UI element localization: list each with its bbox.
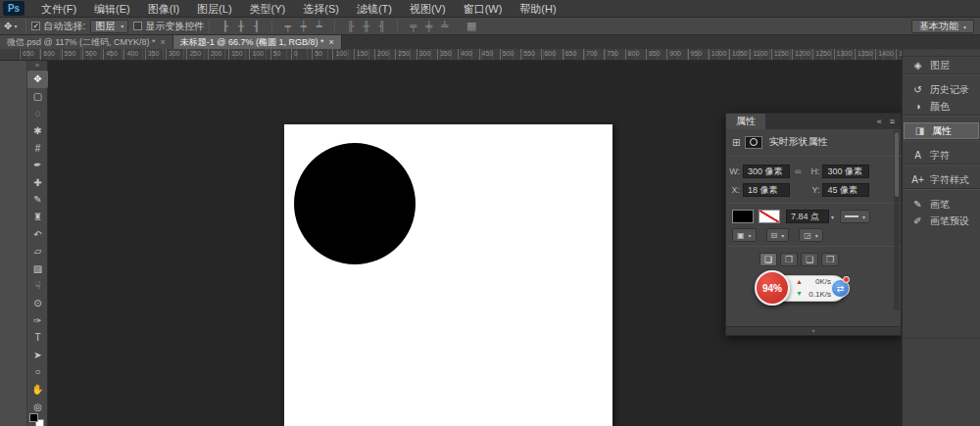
ruler-label: 1200 <box>792 49 812 61</box>
chevron-down-icon[interactable]: ▾ <box>831 213 834 220</box>
clone-stamp-tool[interactable]: ♜ <box>27 209 48 226</box>
lasso-tool[interactable]: ◌ <box>27 105 48 122</box>
panel-character[interactable]: A字符 <box>903 147 980 164</box>
dock-drag-handle[interactable]: ⋯ <box>903 49 980 57</box>
document-tab[interactable]: 微信.psd @ 117% (二维码, CMYK/8) * × <box>0 35 173 49</box>
panel-layers[interactable]: ◈图层 <box>903 57 980 73</box>
path-op-subtract-button[interactable]: ❐ <box>780 253 798 266</box>
align-left-edges-icon[interactable]: ┠ <box>219 21 231 31</box>
height-field[interactable]: 300 像素 <box>822 165 869 178</box>
tool-preset-picker[interactable]: ✥ ▾ <box>0 21 21 31</box>
distribute-left-edges-icon[interactable]: ╤ <box>407 21 419 31</box>
y-field[interactable]: 45 像素 <box>822 183 869 197</box>
panel-menu-icon[interactable]: ≡ <box>890 117 895 126</box>
stroke-corner-select[interactable]: ◲▾ <box>799 228 823 242</box>
stroke-color-swatch[interactable] <box>759 210 780 223</box>
menu-item[interactable]: 视图(V) <box>401 3 455 15</box>
memory-usage-ball[interactable]: 94% <box>755 270 790 306</box>
collapse-panel-icon[interactable]: « <box>877 117 882 126</box>
stroke-width-field[interactable]: 7.84 点 <box>786 210 829 223</box>
photoshop-logo: Ps <box>3 1 24 16</box>
distribute-right-edges-icon[interactable]: ╧ <box>438 21 451 31</box>
quick-selection-tool[interactable]: ✱ <box>27 122 48 140</box>
document-tab[interactable]: 未标题-1 @ 66.7% (椭圆 1, RGB/8) * × <box>173 35 342 49</box>
x-field[interactable]: 18 像素 <box>743 183 790 197</box>
menu-item[interactable]: 图像(I) <box>139 3 188 15</box>
ruler-label: 50 <box>312 49 332 61</box>
smudge-tool[interactable]: ☟ <box>27 277 48 295</box>
distribute-horizontal-centers-icon[interactable]: ╪ <box>422 21 435 31</box>
ruler-label: 950 <box>688 49 709 61</box>
auto-align-button[interactable]: ▦ <box>463 20 480 32</box>
auto-select-target-dropdown[interactable]: 图层 ▾ <box>90 20 128 33</box>
stroke-cap-select[interactable]: ⊟▾ <box>766 228 790 242</box>
path-op-combine-button[interactable]: ❏ <box>760 253 777 266</box>
history-brush-tool[interactable]: ↶ <box>27 225 48 243</box>
menu-item[interactable]: 编辑(E) <box>85 3 139 15</box>
align-horizontal-centers-icon[interactable]: ╂ <box>234 21 247 31</box>
close-icon[interactable]: × <box>328 37 333 47</box>
menu-bar: Ps 文件(F)编辑(E)图像(I)图层(L)类型(Y)选择(S)滤镜(T)视图… <box>0 0 980 18</box>
path-selection-tool[interactable]: ➤ <box>27 347 48 364</box>
width-field[interactable]: 300 像素 <box>743 165 790 178</box>
menu-item[interactable]: 选择(S) <box>294 3 348 15</box>
scrollbar[interactable] <box>894 130 900 310</box>
tab-properties[interactable]: 属性 <box>726 114 765 129</box>
fill-color-swatch[interactable] <box>732 210 754 223</box>
menu-item[interactable]: 类型(Y) <box>241 3 295 15</box>
distribute-bottom-edges-icon[interactable]: ╢ <box>375 21 388 31</box>
close-icon[interactable]: × <box>161 37 166 47</box>
panel-brush[interactable]: ✎画笔 <box>903 196 980 213</box>
menu-item[interactable]: 窗口(W) <box>455 3 512 15</box>
panel-resize-handle[interactable]: ▾ <box>726 326 901 335</box>
shape-thumbnail[interactable] <box>745 136 762 149</box>
panel-character-styles[interactable]: A+字符样式 <box>903 171 980 188</box>
stroke-align-select[interactable]: ▣▾ <box>732 228 757 242</box>
type-tool[interactable]: T <box>27 329 48 347</box>
dodge-tool[interactable]: ⊙ <box>27 295 48 312</box>
align-top-edges-icon[interactable]: ┯ <box>281 21 294 31</box>
menu-item[interactable]: 滤镜(T) <box>348 3 401 15</box>
crop-tool[interactable]: # <box>27 139 48 157</box>
ellipse-tool[interactable]: ○ <box>27 363 48 381</box>
horizontal-ruler[interactable]: 6506005505004504003503002502001501005005… <box>0 49 902 61</box>
ellipse-shape-layer[interactable] <box>294 143 416 264</box>
path-op-exclude-button[interactable]: ❒ <box>821 253 839 266</box>
distribute-vertical-centers-icon[interactable]: ╫ <box>360 21 372 31</box>
align-right-edges-icon[interactable]: ┨ <box>250 21 263 31</box>
tools-panel-collapse-handle[interactable]: » <box>27 61 47 71</box>
stroke-style-dropdown[interactable]: ▾ <box>840 210 870 223</box>
hand-tool[interactable]: ✋ <box>27 381 48 399</box>
workspace-switcher-button[interactable]: 基本功能 ▾ <box>911 20 974 33</box>
move-tool[interactable]: ✥ <box>27 71 48 88</box>
foreground-color-swatch[interactable] <box>29 413 38 422</box>
brush-tool[interactable]: ✎ <box>27 191 48 209</box>
menu-item[interactable]: 文件(F) <box>32 3 85 15</box>
eraser-tool[interactable]: ▱ <box>27 243 48 260</box>
show-transform-controls-checkbox[interactable] <box>133 22 142 30</box>
eyedropper-tool[interactable]: ✒ <box>27 157 48 174</box>
panel-properties[interactable]: ◨属性 <box>904 122 979 139</box>
auto-select-checkbox[interactable]: ✓ <box>31 22 40 30</box>
document-canvas[interactable] <box>284 124 612 426</box>
menu-item[interactable]: 帮助(H) <box>511 3 564 15</box>
rectangular-marquee-tool[interactable]: ▢ <box>27 88 48 106</box>
pen-tool[interactable]: ✑ <box>27 311 48 329</box>
ruler-label: 100 <box>249 49 270 61</box>
link-dimensions-icon[interactable]: ∞ <box>795 166 801 176</box>
path-op-intersect-button[interactable]: ❑ <box>801 253 818 266</box>
panel-brush-presets[interactable]: ✐画笔预设 <box>903 213 980 229</box>
gradient-tool[interactable]: ▨ <box>27 260 48 278</box>
distribute-top-edges-icon[interactable]: ╟ <box>344 21 357 31</box>
chevron-down-icon: ▾ <box>121 23 123 29</box>
menu-item[interactable]: 图层(L) <box>188 3 240 15</box>
scrollbar-thumb[interactable] <box>895 132 899 197</box>
ruler-label: 1100 <box>750 49 770 61</box>
align-bottom-edges-icon[interactable]: ┷ <box>313 21 325 31</box>
align-vertical-centers-icon[interactable]: ┿ <box>297 21 310 31</box>
spot-healing-brush-tool[interactable]: ✚ <box>27 174 48 192</box>
ruler-label: 800 <box>625 49 646 61</box>
panel-color[interactable]: ◑颜色 <box>903 98 980 115</box>
system-speed-ball-overlay[interactable]: ▲ ▼ 0K/s 0.1K/s ⇄ 94% <box>755 270 849 308</box>
panel-history[interactable]: ↺历史记录 <box>903 81 980 98</box>
